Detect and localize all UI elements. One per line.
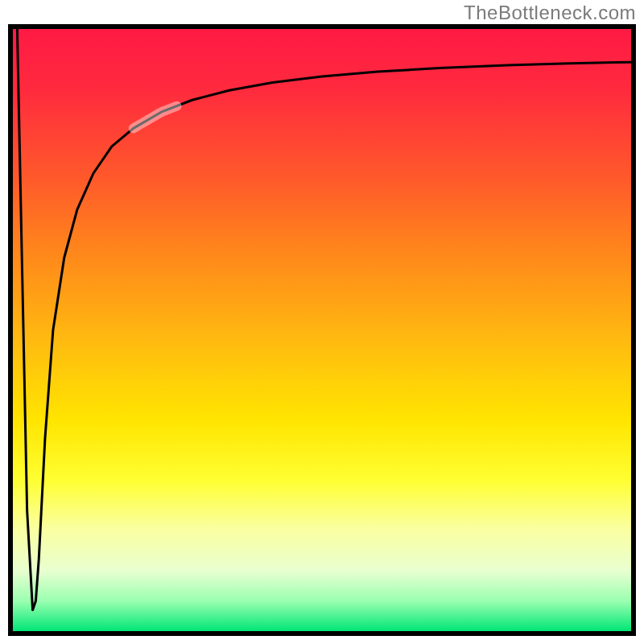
watermark-text: TheBottleneck.com [464,2,636,24]
chart-container: TheBottleneck.com [0,0,644,644]
curve-highlight-segment [134,106,177,129]
bottleneck-curve [17,29,631,610]
curve-svg [13,29,631,631]
plot-frame [8,24,636,636]
